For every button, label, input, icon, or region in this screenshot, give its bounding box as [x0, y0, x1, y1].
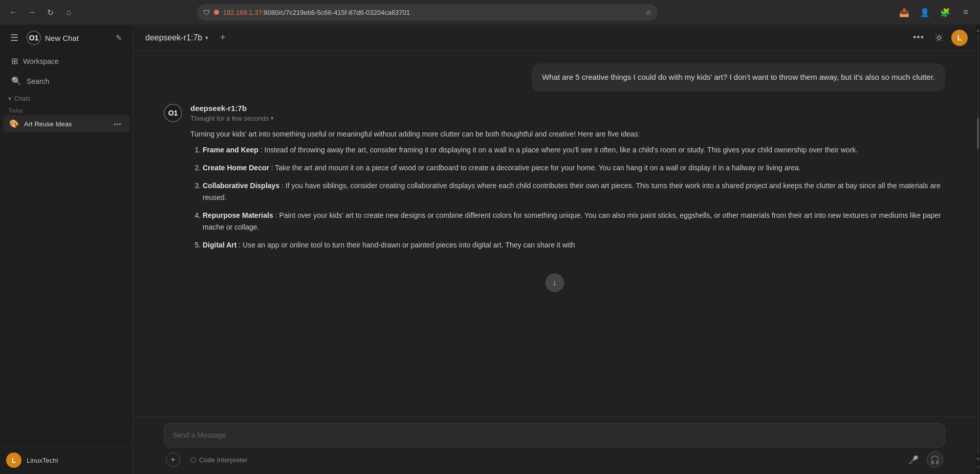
thought-chevron-icon: ▾	[271, 115, 274, 122]
account-button[interactable]: 👤	[917, 4, 933, 20]
ai-response-text: Turning your kids' art into something us…	[190, 128, 945, 252]
list-item-body: : Use an app or online tool to turn thei…	[238, 241, 575, 249]
list-item: Create Home Decor : Take the art and mou…	[203, 162, 945, 174]
input-area: Send a Message + ⬡ Code Interpreter 🎤 🎧	[133, 416, 976, 474]
chat-history-icon: 🎨	[9, 119, 19, 128]
sidebar-header: ☰ O1 New Chat ✎	[0, 25, 133, 51]
sidebar-username: LinuxTechi	[27, 457, 58, 464]
list-item-title: Frame and Keep	[203, 146, 258, 154]
header-more-button[interactable]: •••	[910, 30, 927, 46]
chats-chevron-icon: ▾	[8, 95, 11, 102]
ai-model-name: deepseek-r1:7b	[190, 104, 945, 112]
list-item-title: Digital Art	[203, 241, 236, 249]
header-settings-button[interactable]	[931, 30, 947, 46]
address-bar[interactable]: 🛡 192.168.1.37:8080/c/7c219eb6-5c66-415f…	[197, 4, 658, 20]
list-item: Frame and Keep : Instead of throwing awa…	[203, 144, 945, 156]
code-interpreter-button[interactable]: ⬡ Code Interpreter	[186, 454, 252, 466]
scrollbar-up-arrow[interactable]: ▲	[974, 26, 980, 34]
scrollbar-down-arrow[interactable]: ▼	[974, 455, 980, 463]
list-item: Repurpose Materials : Paint over your ki…	[203, 210, 945, 233]
chat-item-label: Art Reuse Ideas	[24, 120, 106, 128]
attach-button[interactable]: +	[166, 453, 180, 467]
list-item: Digital Art : Use an app or online tool …	[203, 239, 945, 251]
message-input-box[interactable]: Send a Message	[164, 423, 945, 447]
new-chat-edit-button[interactable]: ✎	[111, 30, 126, 46]
thought-text: Thought for a few seconds	[190, 115, 269, 122]
list-item: Collaborative Displays : If you have sib…	[203, 180, 945, 204]
hamburger-menu-button[interactable]: ☰	[6, 30, 23, 46]
header-user-avatar[interactable]: L	[951, 30, 968, 46]
chat-more-button[interactable]: •••	[111, 120, 123, 128]
back-button[interactable]: ←	[6, 5, 20, 19]
sidebar: ☰ O1 New Chat ✎ ⊞ Workspace 🔍 Search ▾ C…	[0, 25, 133, 474]
sidebar-user-footer[interactable]: L LinuxTechi	[0, 446, 133, 474]
pocket-button[interactable]: 📥	[896, 4, 912, 20]
shield-icon: 🛡	[203, 9, 210, 16]
model-name-text: deepseek-r1:7b	[145, 33, 202, 42]
ai-avatar: O1	[164, 104, 182, 122]
input-placeholder: Send a Message	[172, 431, 937, 439]
bookmark-icon[interactable]: ☆	[645, 9, 651, 16]
ai-message-content: deepseek-r1:7b Thought for a few seconds…	[190, 104, 945, 258]
home-button[interactable]: ⌂	[61, 5, 76, 19]
user-message-bubble: What are 5 creative things I could do wi…	[532, 63, 945, 92]
user-avatar-small: L	[6, 453, 21, 468]
browser-chrome: ← → ↻ ⌂ 🛡 192.168.1.37:8080/c/7c219eb6-5…	[0, 0, 980, 25]
microphone-button[interactable]: 🎤	[905, 452, 922, 468]
audio-button[interactable]: 🎧	[927, 452, 943, 468]
list-item-body: : Take the art and mount it on a piece o…	[271, 164, 801, 172]
sidebar-item-workspace[interactable]: ⊞ Workspace	[4, 52, 128, 70]
ai-thought-toggle[interactable]: Thought for a few seconds ▾	[190, 115, 945, 122]
right-scrollbar[interactable]: ▲ ▼ ?	[976, 25, 980, 474]
search-label: Search	[27, 77, 49, 85]
sidebar-item-search[interactable]: 🔍 Search	[4, 72, 128, 90]
chat-area[interactable]: What are 5 creative things I could do wi…	[133, 51, 976, 416]
scrollbar-thumb[interactable]	[977, 118, 979, 149]
url-text: 192.168.1.37:8080/c/7c219eb6-5c66-415f-8…	[223, 9, 410, 16]
user-message: What are 5 creative things I could do wi…	[164, 63, 945, 92]
ai-response-list: Frame and Keep : Instead of throwing awa…	[190, 144, 945, 252]
chats-section-header[interactable]: ▾ Chats	[0, 91, 133, 104]
help-button[interactable]: ?	[976, 463, 979, 473]
workspace-icon: ⊞	[11, 56, 18, 66]
list-item-body: : If you have siblings, consider creatin…	[203, 182, 941, 201]
extensions-button[interactable]: 🧩	[937, 4, 953, 20]
list-item-title: Create Home Decor	[203, 164, 269, 172]
sidebar-logo: O1	[27, 31, 41, 45]
input-right-tools: 🎤 🎧	[905, 452, 943, 468]
input-tools: + ⬡ Code Interpreter 🎤 🎧	[164, 447, 945, 470]
code-interpreter-icon: ⬡	[190, 456, 196, 464]
refresh-button[interactable]: ↻	[43, 5, 57, 19]
workspace-label: Workspace	[23, 57, 59, 65]
main-header: deepseek-r1:7b ▾ + ••• L	[133, 25, 976, 51]
security-indicator	[214, 10, 219, 15]
main-content: deepseek-r1:7b ▾ + ••• L	[133, 25, 976, 474]
sidebar-title: New Chat	[45, 34, 107, 42]
scroll-down-button[interactable]: ↓	[546, 274, 564, 292]
browser-menu-button[interactable]: ≡	[957, 4, 974, 20]
forward-button[interactable]: →	[25, 5, 39, 19]
search-icon: 🔍	[11, 76, 21, 86]
list-item-title: Collaborative Displays	[203, 182, 279, 190]
svg-point-0	[938, 36, 941, 39]
ai-message: O1 deepseek-r1:7b Thought for a few seco…	[164, 104, 945, 258]
chat-history-item-art-reuse[interactable]: 🎨 Art Reuse Ideas •••	[3, 115, 129, 132]
list-item-title: Repurpose Materials	[203, 211, 273, 219]
chats-label: Chats	[14, 95, 30, 102]
model-chevron-icon: ▾	[205, 34, 208, 41]
browser-right-icons: 📥 👤 🧩 ≡	[896, 4, 974, 20]
new-chat-plus-button[interactable]: +	[215, 31, 230, 45]
scrollbar-track	[977, 34, 979, 455]
ai-intro-text: Turning your kids' art into something us…	[190, 130, 640, 138]
header-right: ••• L	[910, 30, 968, 46]
today-label: Today	[0, 104, 133, 115]
list-item-body: : Instead of throwing away the art, cons…	[260, 146, 858, 154]
app-container: ☰ O1 New Chat ✎ ⊞ Workspace 🔍 Search ▾ C…	[0, 25, 980, 474]
code-interpreter-label: Code Interpreter	[199, 456, 248, 464]
list-item-body: : Paint over your kids' art to create ne…	[203, 211, 941, 231]
model-selector-button[interactable]: deepseek-r1:7b ▾	[141, 31, 212, 44]
